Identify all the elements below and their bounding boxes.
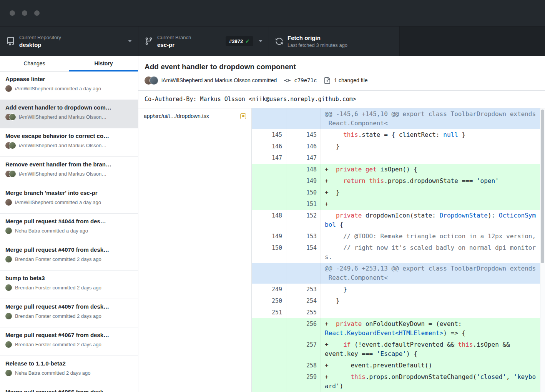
commit-meta: Neha Batra committed a day ago	[5, 228, 133, 234]
diff-old-line-number	[252, 318, 286, 339]
commit-list-item[interactable]: Merge branch 'master' into esc-pr iAmWil…	[0, 185, 138, 214]
commit-title: Release to 1.1.0-beta2	[5, 360, 133, 367]
diff-old-line-number	[252, 339, 286, 360]
diff-new-line-number: 253	[286, 284, 321, 295]
repository-picker-button[interactable]: Current Repository desktop	[0, 27, 138, 56]
sidebar-tabs: Changes History	[0, 56, 138, 71]
tab-history[interactable]: History	[69, 56, 138, 71]
diff-new-line-number: 151	[286, 198, 321, 210]
diff-code-row: 151+	[252, 198, 545, 210]
commit-avatars	[5, 370, 12, 376]
diff-old-line-number	[252, 263, 286, 284]
commit-title: Merge pull request #4070 from desk…	[5, 246, 133, 253]
commit-meta: iAmWillShepherd and Markus Olsson…	[5, 142, 133, 149]
diff-code-row: 150+ }	[252, 187, 545, 198]
commit-list-item[interactable]: Add event handler to dropdown com… iAmWi…	[0, 100, 138, 128]
diff-code-line: @@ -249,6 +253,13 @@ export class Toolba…	[321, 263, 545, 284]
pr-number: #3972	[229, 38, 243, 44]
commit-meta-text: iAmWillShepherd and Markus Olsson…	[19, 114, 106, 120]
diff-code-row: 251255	[252, 307, 545, 318]
diff-code-row: 149153 // @TODO: Remake triangle octicon…	[252, 231, 545, 242]
zoom-button[interactable]	[34, 10, 40, 16]
commit-list-item[interactable]: Merge pull request #4067 from desk… Bren…	[0, 327, 138, 356]
last-fetched-text: Last fetched 3 minutes ago	[287, 42, 347, 48]
tab-changes[interactable]: Changes	[0, 56, 69, 71]
commit-list-item[interactable]: bump to beta3 Brendan Forster committed …	[0, 271, 138, 299]
diff-old-line-number	[252, 371, 286, 392]
commit-avatars	[5, 341, 12, 348]
pr-number-badge: #3972 ✓	[226, 36, 253, 46]
commit-avatars	[5, 256, 12, 262]
scrollbar-thumb[interactable]	[541, 110, 544, 263]
diff-code-line: }	[321, 295, 545, 307]
diff-old-line-number	[252, 187, 286, 198]
commit-list-item[interactable]: Remove event handler from the bran… iAmW…	[0, 157, 138, 185]
diff-new-line-number	[286, 108, 321, 129]
diff-view: @@ -145,6 +145,10 @@ export class Toolba…	[252, 108, 545, 392]
file-path: app/src/ui/t…/dropdown.tsx	[144, 113, 209, 119]
commit-meta: Brendan Forster committed 2 days ago	[5, 284, 133, 291]
commit-avatars	[5, 85, 12, 92]
diff-code-row: 147147	[252, 152, 545, 164]
diff-code-line: this.state = { clientRect: null }	[321, 129, 545, 141]
close-button[interactable]	[10, 10, 15, 16]
diff-code-row: 146146 }	[252, 141, 545, 152]
scrollbar-track[interactable]	[540, 108, 545, 392]
commit-avatars	[5, 142, 16, 149]
commit-title: Add event handler to dropdown com…	[5, 104, 133, 111]
diff-code-line: + event.preventDefault()	[321, 360, 545, 371]
commit-meta: iAmWillShepherd and Markus Olsson…	[5, 114, 133, 120]
diff-code-line: // right now it's scaled badly on normal…	[321, 242, 545, 263]
diff-code-row: 150154 // right now it's scaled badly on…	[252, 242, 545, 263]
commit-list-item[interactable]: Move escape behavior to correct co… iAmW…	[0, 128, 138, 157]
diff-old-line-number	[252, 108, 286, 129]
toolbar: Current Repository desktop Current Branc…	[0, 26, 545, 56]
commit-meta-text: iAmWillShepherd committed a day ago	[15, 199, 101, 205]
avatar	[5, 313, 12, 319]
commit-list-item[interactable]: Release to 1.1.0-beta2 Neha Batra commit…	[0, 356, 138, 384]
diff-new-line-number: 257	[286, 339, 321, 360]
commit-list-item[interactable]: Merge pull request #4057 from desk… Bren…	[0, 299, 138, 327]
diff-new-line-number: 254	[286, 295, 321, 307]
fetch-origin-button[interactable]: Fetch origin Last fetched 3 minutes ago	[269, 27, 400, 56]
diff-code-line: + private get isOpen() {	[321, 164, 545, 175]
commit-list-item[interactable]: Merge pull request #4066 from desk… Bren…	[0, 384, 138, 392]
diff-code-line: +	[321, 198, 545, 210]
repository-name: desktop	[19, 42, 61, 48]
commit-title: Merge pull request #4067 from desk…	[5, 332, 133, 338]
commit-list-item[interactable]: Merge pull request #4070 from desk… Bren…	[0, 242, 138, 271]
diff-code-line	[321, 307, 545, 318]
commit-meta: Brendan Forster committed 2 days ago	[5, 341, 133, 348]
diff-code-row: 148152 private dropdownIcon(state: Dropd…	[252, 210, 545, 231]
commit-description: Co-Authored-By: Markus Olsson <niik@user…	[138, 91, 545, 108]
commit-title: Move escape behavior to correct co…	[5, 133, 133, 139]
commit-meta-text: iAmWillShepherd committed a day ago	[15, 86, 101, 91]
avatar	[150, 76, 158, 85]
minimize-button[interactable]	[22, 10, 27, 16]
file-list-item[interactable]: app/src/ui/t…/dropdown.tsx	[138, 108, 251, 124]
commit-title: Appease linter	[5, 76, 133, 82]
git-commit-icon	[284, 77, 291, 84]
avatar	[5, 284, 12, 291]
chevron-down-icon	[128, 40, 132, 42]
diff-new-line-number: 152	[286, 210, 321, 231]
commit-list-item[interactable]: Appease linter iAmWillShepherd committed…	[0, 71, 138, 100]
commit-meta: iAmWillShepherd and Markus Olsson…	[5, 171, 133, 177]
diff-code-line: + private onFoldoutKeyDown = (event: Rea…	[321, 318, 545, 339]
diff-code-line	[321, 152, 545, 164]
sidebar: Changes History Appease linter iAmWillSh…	[0, 56, 138, 392]
commit-list-item[interactable]: Merge pull request #4044 from des… Neha …	[0, 214, 138, 242]
diff-old-line-number	[252, 164, 286, 175]
diff-code-line: @@ -145,6 +145,10 @@ export class Toolba…	[321, 108, 545, 129]
avatar	[5, 199, 12, 206]
commit-meta-row: iAmWillShepherd and Markus Olsson commit…	[145, 76, 539, 85]
diff-code-row: 149+ return this.props.dropdownState ===…	[252, 175, 545, 187]
diff-old-line-number: 148	[252, 210, 286, 231]
commit-title-heading: Add event handler to dropdown component	[145, 62, 539, 71]
diff-old-line-number	[252, 198, 286, 210]
diff-code-row: 256+ private onFoldoutKeyDown = (event: …	[252, 318, 545, 339]
branch-picker-button[interactable]: Current Branch esc-pr #3972 ✓	[138, 27, 269, 56]
diff-old-line-number	[252, 175, 286, 187]
diff-code-row: 145145 this.state = { clientRect: null }	[252, 129, 545, 141]
commit-summary-header: Add event handler to dropdown component …	[138, 56, 545, 91]
